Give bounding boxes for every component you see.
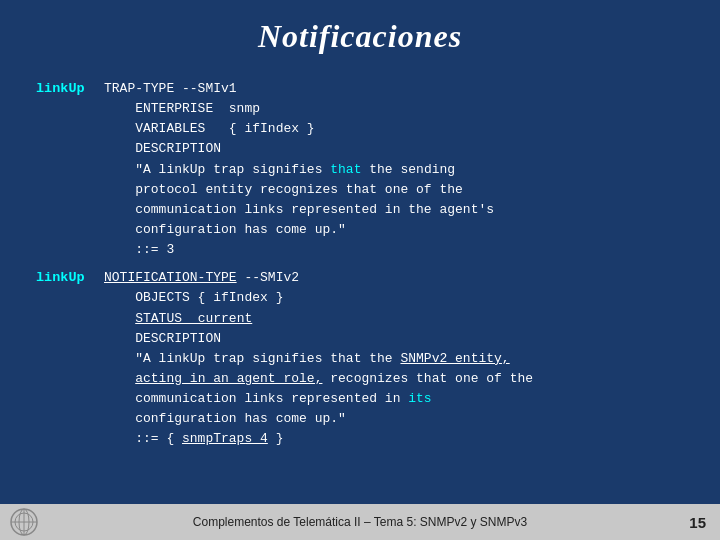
footer: Complementos de Telemática II – Tema 5: … [0,504,720,540]
footer-text: Complementos de Telemática II – Tema 5: … [38,515,682,529]
block1-keyword: linkUp [36,79,104,260]
title-bar: Notificaciones [0,0,720,69]
slide: Notificaciones linkUp TRAP-TYPE --SMIv1 … [0,0,720,540]
footer-page: 15 [682,514,706,531]
content-area: linkUp TRAP-TYPE --SMIv1 ENTERPRISE snmp… [0,69,720,504]
slide-title: Notificaciones [258,18,462,54]
block1: linkUp TRAP-TYPE --SMIv1 ENTERPRISE snmp… [36,79,684,260]
block2-keyword: linkUp [36,268,104,449]
block2-code: NOTIFICATION-TYPE --SMIv2 OBJECTS { ifIn… [104,268,533,449]
footer-logo [10,508,38,536]
block2: linkUp NOTIFICATION-TYPE --SMIv2 OBJECTS… [36,268,684,449]
block1-code: TRAP-TYPE --SMIv1 ENTERPRISE snmp VARIAB… [104,79,494,260]
